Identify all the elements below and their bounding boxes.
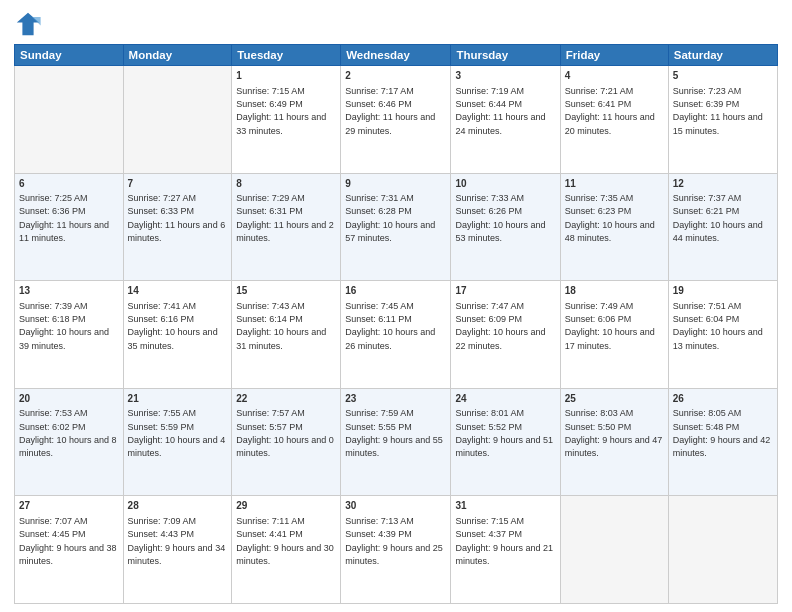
calendar-body: 1Sunrise: 7:15 AMSunset: 6:49 PMDaylight…	[15, 66, 778, 604]
calendar-cell: 5Sunrise: 7:23 AMSunset: 6:39 PMDaylight…	[668, 66, 777, 174]
day-info: Sunrise: 7:09 AMSunset: 4:43 PMDaylight:…	[128, 516, 226, 566]
calendar-cell: 11Sunrise: 7:35 AMSunset: 6:23 PMDayligh…	[560, 173, 668, 281]
day-number: 25	[565, 392, 664, 407]
day-number: 20	[19, 392, 119, 407]
logo-icon	[14, 10, 42, 38]
calendar-header: SundayMondayTuesdayWednesdayThursdayFrid…	[15, 45, 778, 66]
day-number: 1	[236, 69, 336, 84]
calendar-cell: 25Sunrise: 8:03 AMSunset: 5:50 PMDayligh…	[560, 388, 668, 496]
calendar-cell: 22Sunrise: 7:57 AMSunset: 5:57 PMDayligh…	[232, 388, 341, 496]
weekday-saturday: Saturday	[668, 45, 777, 66]
calendar-cell	[668, 496, 777, 604]
calendar-cell: 28Sunrise: 7:09 AMSunset: 4:43 PMDayligh…	[123, 496, 232, 604]
week-row-4: 27Sunrise: 7:07 AMSunset: 4:45 PMDayligh…	[15, 496, 778, 604]
day-info: Sunrise: 7:15 AMSunset: 6:49 PMDaylight:…	[236, 86, 326, 136]
calendar-cell: 29Sunrise: 7:11 AMSunset: 4:41 PMDayligh…	[232, 496, 341, 604]
day-info: Sunrise: 7:21 AMSunset: 6:41 PMDaylight:…	[565, 86, 655, 136]
day-number: 29	[236, 499, 336, 514]
day-number: 22	[236, 392, 336, 407]
day-info: Sunrise: 7:31 AMSunset: 6:28 PMDaylight:…	[345, 193, 435, 243]
day-number: 3	[455, 69, 555, 84]
day-info: Sunrise: 7:43 AMSunset: 6:14 PMDaylight:…	[236, 301, 326, 351]
day-info: Sunrise: 7:37 AMSunset: 6:21 PMDaylight:…	[673, 193, 763, 243]
calendar-cell	[15, 66, 124, 174]
calendar-cell: 3Sunrise: 7:19 AMSunset: 6:44 PMDaylight…	[451, 66, 560, 174]
day-number: 18	[565, 284, 664, 299]
day-info: Sunrise: 7:11 AMSunset: 4:41 PMDaylight:…	[236, 516, 334, 566]
week-row-1: 6Sunrise: 7:25 AMSunset: 6:36 PMDaylight…	[15, 173, 778, 281]
day-number: 15	[236, 284, 336, 299]
day-number: 24	[455, 392, 555, 407]
day-info: Sunrise: 7:17 AMSunset: 6:46 PMDaylight:…	[345, 86, 435, 136]
day-number: 6	[19, 177, 119, 192]
calendar-cell: 26Sunrise: 8:05 AMSunset: 5:48 PMDayligh…	[668, 388, 777, 496]
weekday-header-row: SundayMondayTuesdayWednesdayThursdayFrid…	[15, 45, 778, 66]
day-number: 2	[345, 69, 446, 84]
calendar-cell: 24Sunrise: 8:01 AMSunset: 5:52 PMDayligh…	[451, 388, 560, 496]
day-number: 26	[673, 392, 773, 407]
weekday-sunday: Sunday	[15, 45, 124, 66]
day-number: 21	[128, 392, 228, 407]
day-info: Sunrise: 7:13 AMSunset: 4:39 PMDaylight:…	[345, 516, 443, 566]
day-number: 4	[565, 69, 664, 84]
day-info: Sunrise: 8:03 AMSunset: 5:50 PMDaylight:…	[565, 408, 663, 458]
day-number: 23	[345, 392, 446, 407]
day-info: Sunrise: 7:45 AMSunset: 6:11 PMDaylight:…	[345, 301, 435, 351]
calendar-cell	[560, 496, 668, 604]
calendar-cell: 14Sunrise: 7:41 AMSunset: 6:16 PMDayligh…	[123, 281, 232, 389]
calendar-cell: 27Sunrise: 7:07 AMSunset: 4:45 PMDayligh…	[15, 496, 124, 604]
day-info: Sunrise: 7:19 AMSunset: 6:44 PMDaylight:…	[455, 86, 545, 136]
day-number: 8	[236, 177, 336, 192]
calendar-cell: 31Sunrise: 7:15 AMSunset: 4:37 PMDayligh…	[451, 496, 560, 604]
day-info: Sunrise: 7:51 AMSunset: 6:04 PMDaylight:…	[673, 301, 763, 351]
day-info: Sunrise: 7:15 AMSunset: 4:37 PMDaylight:…	[455, 516, 553, 566]
weekday-monday: Monday	[123, 45, 232, 66]
calendar-cell: 21Sunrise: 7:55 AMSunset: 5:59 PMDayligh…	[123, 388, 232, 496]
day-info: Sunrise: 7:33 AMSunset: 6:26 PMDaylight:…	[455, 193, 545, 243]
week-row-0: 1Sunrise: 7:15 AMSunset: 6:49 PMDaylight…	[15, 66, 778, 174]
calendar-page: SundayMondayTuesdayWednesdayThursdayFrid…	[0, 0, 792, 612]
day-number: 16	[345, 284, 446, 299]
day-number: 17	[455, 284, 555, 299]
day-info: Sunrise: 7:55 AMSunset: 5:59 PMDaylight:…	[128, 408, 226, 458]
weekday-thursday: Thursday	[451, 45, 560, 66]
calendar-cell: 20Sunrise: 7:53 AMSunset: 6:02 PMDayligh…	[15, 388, 124, 496]
week-row-2: 13Sunrise: 7:39 AMSunset: 6:18 PMDayligh…	[15, 281, 778, 389]
calendar-cell: 16Sunrise: 7:45 AMSunset: 6:11 PMDayligh…	[341, 281, 451, 389]
calendar-cell: 23Sunrise: 7:59 AMSunset: 5:55 PMDayligh…	[341, 388, 451, 496]
day-info: Sunrise: 7:35 AMSunset: 6:23 PMDaylight:…	[565, 193, 655, 243]
calendar-cell: 7Sunrise: 7:27 AMSunset: 6:33 PMDaylight…	[123, 173, 232, 281]
calendar-cell: 13Sunrise: 7:39 AMSunset: 6:18 PMDayligh…	[15, 281, 124, 389]
weekday-tuesday: Tuesday	[232, 45, 341, 66]
day-info: Sunrise: 8:05 AMSunset: 5:48 PMDaylight:…	[673, 408, 771, 458]
day-number: 11	[565, 177, 664, 192]
day-info: Sunrise: 7:47 AMSunset: 6:09 PMDaylight:…	[455, 301, 545, 351]
calendar-cell: 30Sunrise: 7:13 AMSunset: 4:39 PMDayligh…	[341, 496, 451, 604]
day-info: Sunrise: 7:07 AMSunset: 4:45 PMDaylight:…	[19, 516, 117, 566]
calendar-cell: 10Sunrise: 7:33 AMSunset: 6:26 PMDayligh…	[451, 173, 560, 281]
calendar-cell: 2Sunrise: 7:17 AMSunset: 6:46 PMDaylight…	[341, 66, 451, 174]
calendar-cell	[123, 66, 232, 174]
day-number: 31	[455, 499, 555, 514]
day-info: Sunrise: 7:49 AMSunset: 6:06 PMDaylight:…	[565, 301, 655, 351]
day-number: 12	[673, 177, 773, 192]
calendar-cell: 12Sunrise: 7:37 AMSunset: 6:21 PMDayligh…	[668, 173, 777, 281]
weekday-wednesday: Wednesday	[341, 45, 451, 66]
calendar-cell: 9Sunrise: 7:31 AMSunset: 6:28 PMDaylight…	[341, 173, 451, 281]
header	[14, 10, 778, 38]
day-number: 7	[128, 177, 228, 192]
logo	[14, 10, 46, 38]
day-number: 5	[673, 69, 773, 84]
day-info: Sunrise: 7:57 AMSunset: 5:57 PMDaylight:…	[236, 408, 334, 458]
day-number: 30	[345, 499, 446, 514]
day-info: Sunrise: 7:59 AMSunset: 5:55 PMDaylight:…	[345, 408, 443, 458]
day-number: 27	[19, 499, 119, 514]
calendar-cell: 6Sunrise: 7:25 AMSunset: 6:36 PMDaylight…	[15, 173, 124, 281]
calendar-cell: 4Sunrise: 7:21 AMSunset: 6:41 PMDaylight…	[560, 66, 668, 174]
calendar-cell: 8Sunrise: 7:29 AMSunset: 6:31 PMDaylight…	[232, 173, 341, 281]
day-info: Sunrise: 7:39 AMSunset: 6:18 PMDaylight:…	[19, 301, 109, 351]
weekday-friday: Friday	[560, 45, 668, 66]
day-number: 28	[128, 499, 228, 514]
calendar-cell: 1Sunrise: 7:15 AMSunset: 6:49 PMDaylight…	[232, 66, 341, 174]
day-number: 10	[455, 177, 555, 192]
